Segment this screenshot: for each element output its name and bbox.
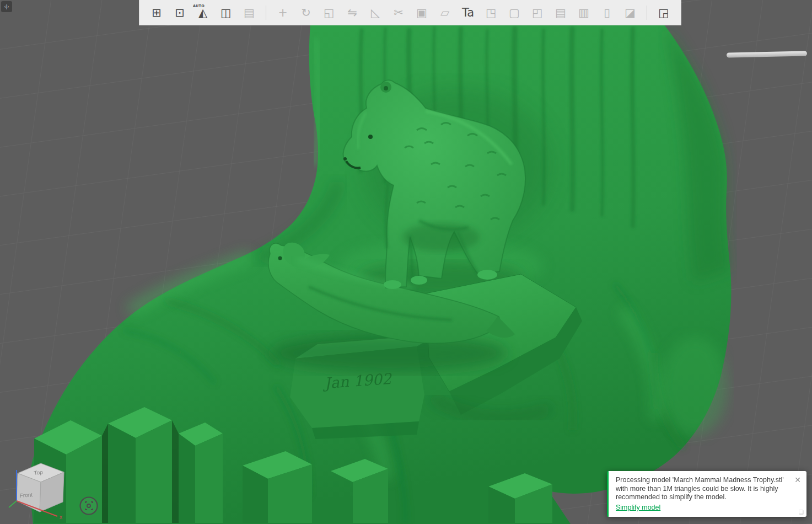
- toast-message: Processing model 'March Mammal Madness T…: [616, 476, 798, 502]
- add-plate-icon[interactable]: ⊡: [171, 4, 188, 22]
- x-axis-label: x: [60, 514, 63, 520]
- notification-toast: Processing model 'March Mammal Madness T…: [607, 471, 806, 517]
- toolbar-separator: [266, 6, 266, 20]
- lay-on-face-icon: ◺: [367, 4, 384, 22]
- cube-outline-icon: ▢: [506, 4, 523, 22]
- view-center-button[interactable]: [78, 495, 99, 516]
- assembly-view-icon[interactable]: ◲: [655, 4, 672, 22]
- toast-close-icon[interactable]: ✕: [794, 476, 801, 484]
- toast-grip-icon: ❏: [799, 509, 804, 515]
- cube-top-label: Top: [34, 469, 44, 476]
- cube-front-label: Front: [19, 491, 33, 499]
- right-mass-highlight: [662, 336, 728, 436]
- copy-icon: ▥: [576, 4, 592, 22]
- arrange-icon[interactable]: ◫: [218, 4, 234, 22]
- add-object-icon[interactable]: ⊞: [148, 4, 165, 22]
- toolbar-separator: [647, 6, 647, 20]
- eraser-icon: ◪: [622, 4, 638, 22]
- text-tool-icon[interactable]: Ta: [460, 4, 476, 22]
- auto-orient-icon[interactable]: ◭AUTO: [195, 4, 211, 22]
- panel-collapse-icon[interactable]: ‹|›: [1, 1, 12, 12]
- process-icon: ▯: [599, 4, 615, 22]
- skew-icon: ▱: [437, 4, 453, 22]
- cut-icon: ✂: [390, 4, 407, 22]
- orientation-cube[interactable]: Top Front x: [7, 455, 78, 522]
- rotate-icon: ↻: [298, 4, 314, 22]
- expand-selection-icon: ◰: [529, 4, 546, 22]
- scale-icon: ◱: [321, 4, 337, 22]
- main-toolbar: ⊞⊡◭AUTO◫▤+↻◱⇋◺✂▣▱Ta◳▢◰▤▥▯◪◲: [139, 0, 681, 25]
- auto-badge: AUTO: [193, 4, 205, 8]
- view-center-ring: [80, 498, 98, 515]
- clone-icon: ▣: [413, 4, 430, 22]
- y-axis-line: [9, 501, 17, 507]
- stack-icon: ▤: [552, 4, 569, 22]
- variable-layer-icon: ▤: [241, 4, 257, 22]
- mesh-frame-icon: ◳: [483, 4, 499, 22]
- move-icon: +: [275, 4, 291, 22]
- simplify-model-link[interactable]: Simplify model: [616, 504, 660, 511]
- scene-canvas[interactable]: Jan 1902: [0, 0, 812, 524]
- mirror-icon: ⇋: [344, 4, 361, 22]
